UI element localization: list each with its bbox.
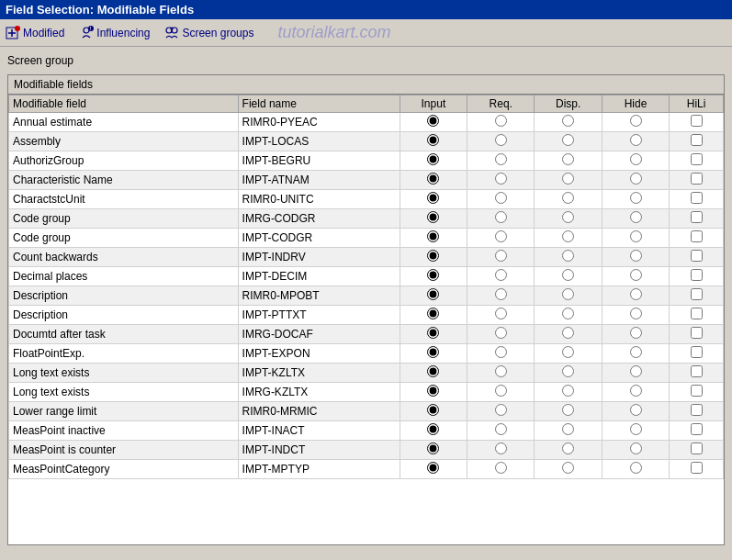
cell-disp[interactable] — [535, 267, 602, 286]
radio-disp[interactable] — [562, 327, 574, 339]
radio-req[interactable] — [495, 288, 507, 300]
checkbox-hili[interactable] — [691, 230, 703, 242]
radio-input[interactable] — [427, 346, 439, 358]
radio-hide[interactable] — [630, 134, 642, 146]
cell-hide[interactable] — [602, 151, 669, 171]
checkbox-hili[interactable] — [691, 115, 703, 127]
cell-hide[interactable] — [602, 132, 669, 151]
cell-disp[interactable] — [535, 325, 602, 344]
radio-input[interactable] — [427, 404, 439, 416]
cell-hili[interactable] — [670, 209, 724, 229]
radio-disp[interactable] — [562, 192, 574, 204]
influencing-toolbar-item[interactable]: ! Influencing — [79, 26, 150, 40]
cell-hili[interactable] — [670, 171, 724, 190]
cell-hili[interactable] — [670, 267, 724, 286]
checkbox-hili[interactable] — [691, 269, 703, 281]
checkbox-hili[interactable] — [691, 250, 703, 262]
cell-req[interactable] — [467, 248, 535, 267]
cell-hili[interactable] — [670, 344, 724, 364]
radio-req[interactable] — [495, 346, 507, 358]
cell-hili[interactable] — [670, 364, 724, 383]
cell-hili[interactable] — [670, 421, 724, 441]
cell-hili[interactable] — [670, 286, 724, 306]
cell-input[interactable] — [400, 402, 467, 421]
cell-input[interactable] — [400, 460, 467, 479]
checkbox-hili[interactable] — [691, 134, 703, 146]
radio-hide[interactable] — [630, 442, 642, 454]
cell-req[interactable] — [467, 267, 535, 286]
radio-hide[interactable] — [630, 250, 642, 262]
cell-disp[interactable] — [535, 113, 602, 132]
cell-hili[interactable] — [670, 306, 724, 325]
radio-input[interactable] — [427, 134, 439, 146]
checkbox-hili[interactable] — [691, 308, 703, 319]
cell-hide[interactable] — [602, 190, 669, 209]
checkbox-hili[interactable] — [691, 288, 703, 300]
checkbox-hili[interactable] — [691, 462, 703, 474]
cell-req[interactable] — [467, 132, 535, 151]
radio-req[interactable] — [495, 192, 507, 204]
cell-disp[interactable] — [535, 344, 602, 364]
radio-input[interactable] — [427, 365, 439, 377]
cell-disp[interactable] — [535, 402, 602, 421]
checkbox-hili[interactable] — [691, 385, 703, 397]
cell-hide[interactable] — [602, 402, 669, 421]
radio-disp[interactable] — [562, 288, 574, 300]
checkbox-hili[interactable] — [691, 153, 703, 165]
cell-disp[interactable] — [535, 229, 602, 248]
cell-hide[interactable] — [602, 113, 669, 132]
cell-hide[interactable] — [602, 421, 669, 441]
cell-req[interactable] — [467, 209, 535, 229]
radio-req[interactable] — [495, 442, 507, 454]
radio-req[interactable] — [495, 230, 507, 242]
radio-req[interactable] — [495, 250, 507, 262]
cell-input[interactable] — [400, 209, 467, 229]
cell-input[interactable] — [400, 441, 467, 460]
cell-hide[interactable] — [602, 229, 669, 248]
cell-input[interactable] — [400, 151, 467, 171]
cell-input[interactable] — [400, 190, 467, 209]
radio-hide[interactable] — [630, 153, 642, 165]
cell-disp[interactable] — [535, 306, 602, 325]
radio-req[interactable] — [495, 385, 507, 397]
radio-hide[interactable] — [630, 365, 642, 377]
cell-disp[interactable] — [535, 460, 602, 479]
cell-req[interactable] — [467, 286, 535, 306]
cell-disp[interactable] — [535, 441, 602, 460]
radio-input[interactable] — [427, 288, 439, 300]
cell-input[interactable] — [400, 383, 467, 402]
radio-hide[interactable] — [630, 327, 642, 339]
cell-input[interactable] — [400, 113, 467, 132]
radio-hide[interactable] — [630, 173, 642, 185]
cell-req[interactable] — [467, 190, 535, 209]
cell-hili[interactable] — [670, 229, 724, 248]
radio-hide[interactable] — [630, 385, 642, 397]
radio-req[interactable] — [495, 173, 507, 185]
radio-req[interactable] — [495, 462, 507, 474]
cell-input[interactable] — [400, 344, 467, 364]
modified-toolbar-item[interactable]: Modified — [6, 26, 64, 40]
cell-input[interactable] — [400, 325, 467, 344]
screen-groups-toolbar-item[interactable]: Screen groups — [164, 26, 253, 40]
radio-hide[interactable] — [630, 230, 642, 242]
radio-input[interactable] — [427, 327, 439, 339]
cell-req[interactable] — [467, 113, 535, 132]
cell-hili[interactable] — [670, 151, 724, 171]
checkbox-hili[interactable] — [691, 346, 703, 358]
cell-hide[interactable] — [602, 248, 669, 267]
radio-disp[interactable] — [562, 269, 574, 281]
cell-disp[interactable] — [535, 190, 602, 209]
radio-input[interactable] — [427, 462, 439, 474]
radio-disp[interactable] — [562, 346, 574, 358]
radio-disp[interactable] — [562, 308, 574, 319]
radio-req[interactable] — [495, 211, 507, 223]
cell-req[interactable] — [467, 344, 535, 364]
radio-req[interactable] — [495, 423, 507, 435]
radio-input[interactable] — [427, 115, 439, 127]
radio-input[interactable] — [427, 269, 439, 281]
checkbox-hili[interactable] — [691, 423, 703, 435]
cell-hide[interactable] — [602, 267, 669, 286]
cell-req[interactable] — [467, 171, 535, 190]
cell-hili[interactable] — [670, 383, 724, 402]
cell-input[interactable] — [400, 267, 467, 286]
